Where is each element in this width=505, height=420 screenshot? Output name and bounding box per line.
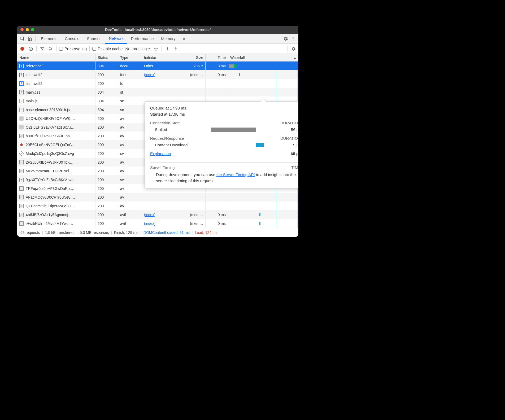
tooltip-conn-start-label: Connection Start [150,121,180,125]
server-timing-api-link[interactable]: the Server Timing API [216,172,255,177]
initiator-link[interactable]: (index) [144,213,155,217]
tab-network[interactable]: Network [105,34,127,44]
load-line [298,193,298,202]
table-row[interactable]: Tlatin.woff2200font(index)(mem…0 ms [17,70,298,79]
request-name: latin.woff2 [26,81,42,86]
settings-icon[interactable] [282,35,289,42]
disable-cache-checkbox[interactable]: Disable cache [92,46,123,51]
status-dcl: DOMContentLoaded: 91 ms [143,230,190,235]
tab-performance[interactable]: Performance [127,34,158,43]
table-row[interactable]: ▱4pIMBj7zOAk1y5Agmmoj.…200avif(index)(me… [17,210,298,219]
request-time [206,202,228,210]
request-type: docu… [118,62,142,70]
request-initiator: (index) [142,210,180,219]
request-waterfall [228,202,298,210]
filter-icon[interactable] [39,46,45,52]
request-status: 200 [95,123,118,132]
col-status[interactable]: Status [95,54,118,61]
col-time[interactable]: Time [206,54,228,61]
request-initiator [142,193,180,202]
inspect-icon[interactable] [19,35,26,42]
request-waterfall [228,193,298,202]
request-status: 200 [95,70,118,79]
load-line [298,88,298,97]
close-icon[interactable] [20,28,24,31]
request-name: QTDnaY32hLDipeRW8e3O… [26,204,75,208]
separator [56,46,56,51]
request-status: 200 [95,193,118,202]
record-button[interactable] [19,46,25,52]
request-status: 200 [95,114,118,123]
status-requests: 59 requests [20,230,40,235]
request-type: st [118,88,142,97]
clear-icon[interactable] [28,46,34,52]
request-waterfall [228,219,298,228]
kebab-menu-icon[interactable] [289,35,297,42]
window-title: DevTools - localhost:8080/docs/devtools/… [17,28,298,32]
download-icon[interactable] [173,46,179,52]
dcl-line [277,79,277,88]
traffic-lights [20,28,34,31]
col-initiator[interactable]: Initiator [142,54,180,61]
request-size: (mem… [180,210,206,219]
dcl-line [277,70,277,79]
titlebar: DevTools - localhost:8080/docs/devtools/… [17,26,298,34]
tab-elements[interactable]: Elements [37,34,61,43]
chevron-down-icon: ▼ [148,47,150,50]
initiator-link[interactable]: (index) [144,221,155,226]
request-size: (mem… [180,219,206,228]
request-name: main.css [26,90,40,94]
request-type: av [118,158,142,167]
col-name[interactable]: Name [17,54,95,61]
tab-memory[interactable]: Memory [158,34,179,43]
request-waterfall [228,210,298,219]
request-name: latin.woff2 [26,73,42,77]
request-type: av [118,193,142,202]
request-initiator: (index) [142,219,180,228]
table-row[interactable]: ▱AFacMOgv6D0CFTr6U5e8.…200av [17,193,298,202]
col-waterfall[interactable]: Waterfall▲ [228,54,298,61]
table-row[interactable]: ▱lHvzbNUlrm2Mvd4H1Ywc.…200avif(index)(me… [17,219,298,228]
request-type: av [118,140,142,149]
explanation-link[interactable]: Explanation [150,151,171,156]
tab-console[interactable]: Console [61,34,83,43]
status-bar: 59 requests| 1.5 kB transferred| 5.3 MB … [17,228,298,237]
request-time: 0 ms [206,219,228,228]
request-status: 200 [95,158,118,167]
preserve-log-checkbox[interactable]: Preserve log [59,46,87,51]
request-status: 304 [95,62,118,70]
dcl-line [277,210,277,219]
col-size[interactable]: Size [180,54,206,61]
zoom-icon[interactable] [31,28,34,31]
waterfall-bar [234,64,237,68]
minimize-icon[interactable] [26,28,29,31]
device-toggle-icon[interactable] [26,35,34,42]
request-status: 200 [95,202,118,210]
search-icon[interactable] [48,46,54,52]
status-transferred: 1.5 kB transferred [45,230,75,235]
request-size: (mem… [180,70,206,79]
throttling-select[interactable]: No throttling ▼ [125,46,150,51]
tab-sources[interactable]: Sources [83,34,105,43]
separator [89,46,90,51]
initiator-link[interactable]: (index) [144,73,155,77]
col-type[interactable]: Type [118,54,142,61]
upload-icon[interactable] [164,46,170,52]
request-name: base-element-3018901b.js [26,108,70,112]
request-name: MPcVmmemtEEDURBN6l… [26,169,73,173]
request-waterfall [228,70,298,79]
request-name: 20E6CLcSzNV2GELQu7oC… [26,143,76,147]
panel-settings-icon[interactable] [290,46,296,52]
network-conditions-icon[interactable] [153,46,159,52]
status-finish: Finish: 129 ms [114,230,138,235]
table-row[interactable]: ▱QTDnaY32hLDipeRW8e3O…200av [17,202,298,210]
table-row[interactable]: ✎main.css304st [17,88,298,97]
request-time: 0 ms [206,210,228,219]
table-row[interactable]: Tlatin.woff2200fo [17,79,298,88]
request-time [206,79,228,88]
tab-overflow[interactable]: » [179,34,189,43]
table-row[interactable]: ≡reference/304docu…Other296 B8 ms [17,62,298,70]
disable-cache-label: Disable cache [98,46,123,51]
waterfall-bar [259,213,260,216]
server-timing-body: During development, you can use the Serv… [150,172,298,184]
